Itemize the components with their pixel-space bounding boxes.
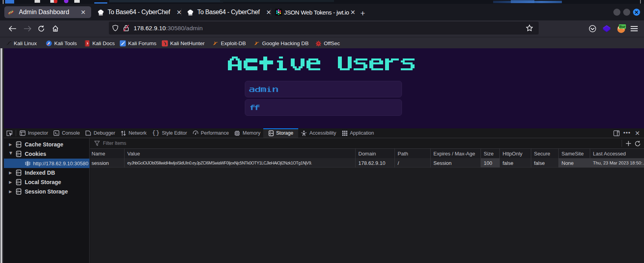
svg-text:Bur: Bur	[619, 25, 626, 29]
